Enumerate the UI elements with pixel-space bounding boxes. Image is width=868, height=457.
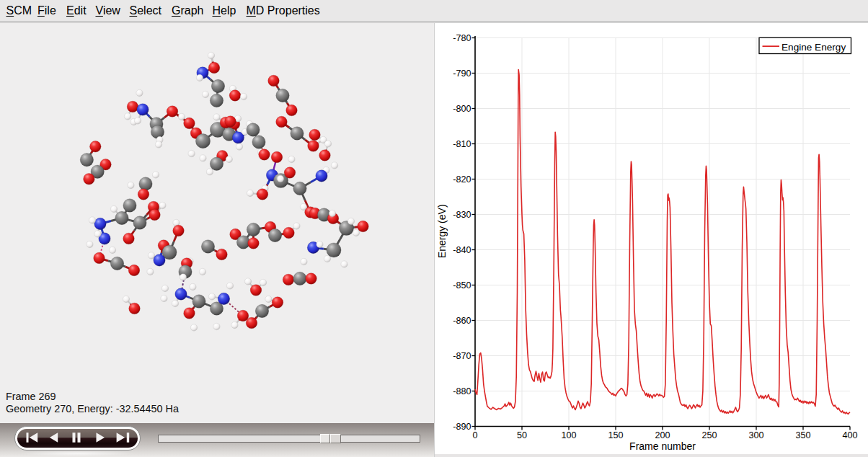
svg-text:-820: -820 <box>453 174 471 185</box>
svg-text:-800: -800 <box>453 104 471 114</box>
svg-text:-870: -870 <box>453 351 471 361</box>
svg-text:150: 150 <box>608 430 623 440</box>
svg-text:-830: -830 <box>453 210 471 220</box>
svg-text:100: 100 <box>561 430 576 440</box>
svg-text:350: 350 <box>795 430 810 440</box>
svg-text:-810: -810 <box>453 139 471 149</box>
svg-text:250: 250 <box>701 430 717 440</box>
svg-text:50: 50 <box>517 430 527 440</box>
svg-text:Frame number: Frame number <box>629 440 696 452</box>
svg-text:-840: -840 <box>453 245 471 255</box>
svg-text:Engine Energy: Engine Energy <box>781 42 846 53</box>
svg-text:-880: -880 <box>453 386 471 396</box>
svg-text:-780: -780 <box>453 33 471 43</box>
svg-text:400: 400 <box>842 430 857 440</box>
svg-text:200: 200 <box>655 430 670 440</box>
svg-text:-790: -790 <box>453 68 471 79</box>
svg-text:0: 0 <box>472 430 477 440</box>
svg-text:-890: -890 <box>453 422 471 432</box>
svg-text:Energy (eV): Energy (eV) <box>436 204 448 258</box>
svg-text:-860: -860 <box>453 316 471 326</box>
svg-text:-850: -850 <box>453 280 471 290</box>
svg-text:300: 300 <box>748 430 763 440</box>
